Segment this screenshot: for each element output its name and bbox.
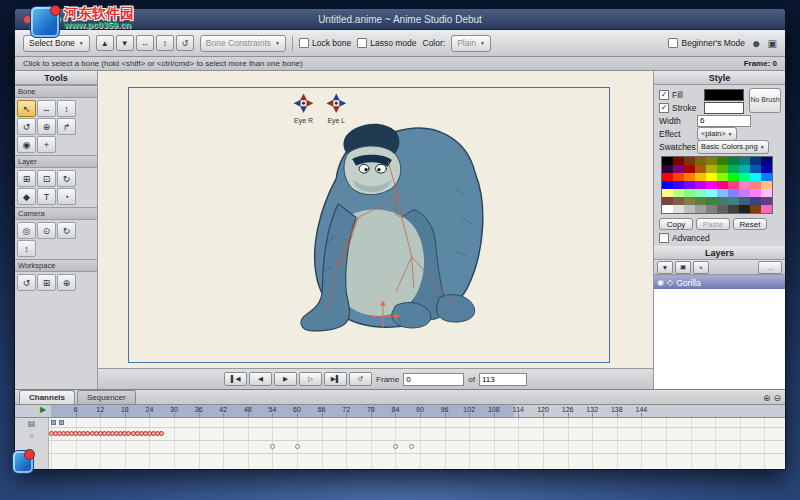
tool-translate-bone[interactable]: ↔ bbox=[37, 100, 56, 117]
swatch[interactable] bbox=[695, 205, 706, 213]
beginners-mode-checkbox[interactable]: Beginner's Mode bbox=[668, 38, 745, 48]
swatch[interactable] bbox=[717, 197, 728, 205]
user-icon[interactable]: ☻ bbox=[751, 38, 762, 49]
swatch[interactable] bbox=[684, 173, 695, 181]
lock-bone-checkbox[interactable]: Lock bone bbox=[299, 38, 351, 48]
swatch[interactable] bbox=[728, 197, 739, 205]
swatch[interactable] bbox=[662, 157, 673, 165]
swatch[interactable] bbox=[717, 173, 728, 181]
swatch[interactable] bbox=[684, 165, 695, 173]
tool-follow-path[interactable]: ◆ bbox=[17, 188, 36, 205]
keyframe[interactable] bbox=[295, 444, 300, 449]
swatch[interactable] bbox=[739, 189, 750, 197]
swatch[interactable] bbox=[761, 173, 772, 181]
eye-r-widget[interactable] bbox=[294, 93, 314, 113]
step-back-button[interactable]: ◀ bbox=[249, 372, 272, 386]
step-forward-button[interactable]: ▷ bbox=[299, 372, 322, 386]
tool-reparent-bone[interactable]: ↱ bbox=[57, 118, 76, 135]
swatch[interactable] bbox=[673, 181, 684, 189]
delete-layer-button[interactable]: × bbox=[693, 261, 709, 274]
swatch[interactable] bbox=[739, 173, 750, 181]
swatch[interactable] bbox=[739, 205, 750, 213]
swatch[interactable] bbox=[717, 189, 728, 197]
tool-roll-camera[interactable]: ↻ bbox=[57, 222, 76, 239]
tool-pan-workspace[interactable]: ⊞ bbox=[37, 274, 56, 291]
channel-marker[interactable] bbox=[51, 420, 56, 425]
tab-sequencer[interactable]: Sequencer bbox=[77, 390, 136, 404]
swatches-dropdown[interactable]: Basic Colors.png ▼ bbox=[697, 140, 769, 154]
tool-scale-layer[interactable]: ⊡ bbox=[37, 170, 56, 187]
end-frame-input[interactable] bbox=[479, 373, 527, 386]
keyframe[interactable] bbox=[393, 444, 398, 449]
swatch[interactable] bbox=[728, 205, 739, 213]
swatch[interactable] bbox=[695, 181, 706, 189]
swatch[interactable] bbox=[761, 205, 772, 213]
tool-manipulate-bones[interactable]: + bbox=[37, 136, 56, 153]
fill-checkbox[interactable]: ✓ Fill bbox=[659, 90, 683, 100]
advanced-checkbox[interactable]: Advanced bbox=[659, 232, 780, 244]
stroke-color-swatch[interactable] bbox=[704, 102, 744, 114]
swatch[interactable] bbox=[695, 165, 706, 173]
swatch[interactable] bbox=[750, 165, 761, 173]
swatch[interactable] bbox=[706, 165, 717, 173]
timeline-ruler[interactable]: 6121824303642485460667278849096102108114… bbox=[15, 404, 785, 418]
tool-scale-bone[interactable]: ↕ bbox=[57, 100, 76, 117]
swatch[interactable] bbox=[728, 189, 739, 197]
reset-button[interactable]: Reset bbox=[733, 218, 767, 230]
swatch[interactable] bbox=[662, 181, 673, 189]
jump-end-button[interactable]: ▶▌ bbox=[324, 372, 347, 386]
swatch[interactable] bbox=[706, 173, 717, 181]
swatch[interactable] bbox=[662, 197, 673, 205]
color-dropdown[interactable]: Plain ▼ bbox=[451, 35, 491, 52]
swatch[interactable] bbox=[717, 181, 728, 189]
tool-pan-tilt-camera[interactable]: ↕ bbox=[17, 240, 36, 257]
tool-add-bone[interactable]: ⊕ bbox=[37, 118, 56, 135]
new-layer-button[interactable]: ▼ bbox=[657, 261, 673, 274]
canvas[interactable]: Eye R Eye L bbox=[98, 71, 653, 368]
swatch[interactable] bbox=[706, 197, 717, 205]
swatch[interactable] bbox=[761, 165, 772, 173]
swatch[interactable] bbox=[750, 189, 761, 197]
eye-l-widget[interactable] bbox=[326, 93, 346, 113]
swatch[interactable] bbox=[728, 165, 739, 173]
tool-eyedropper[interactable]: ◔ bbox=[57, 188, 76, 205]
swatch[interactable] bbox=[684, 205, 695, 213]
more-button[interactable]: … bbox=[758, 261, 782, 274]
effect-dropdown[interactable]: <plain> ▼ bbox=[697, 127, 737, 141]
swatch[interactable] bbox=[706, 157, 717, 165]
tool-zoom-workspace[interactable]: ⊕ bbox=[57, 274, 76, 291]
swatch[interactable] bbox=[673, 197, 684, 205]
option-rotate-button[interactable]: ↺ bbox=[176, 35, 194, 51]
lasso-mode-checkbox[interactable]: Lasso mode bbox=[357, 38, 416, 48]
swatch[interactable] bbox=[695, 173, 706, 181]
zoom-out-icon[interactable]: ⊖ bbox=[773, 394, 781, 403]
swatch[interactable] bbox=[684, 157, 695, 165]
swatch[interactable] bbox=[728, 173, 739, 181]
play-button[interactable]: ▶ bbox=[274, 372, 297, 386]
swatch[interactable] bbox=[717, 205, 728, 213]
keyframe[interactable] bbox=[409, 444, 414, 449]
swatch[interactable] bbox=[761, 157, 772, 165]
swatch[interactable] bbox=[662, 173, 673, 181]
swatch[interactable] bbox=[728, 157, 739, 165]
swatch[interactable] bbox=[761, 181, 772, 189]
layer-visibility-icon[interactable]: ◉ bbox=[657, 278, 664, 287]
option-scale-button[interactable]: ↕ bbox=[156, 35, 174, 51]
swatch[interactable] bbox=[750, 173, 761, 181]
swatch[interactable] bbox=[728, 181, 739, 189]
swatch[interactable] bbox=[717, 165, 728, 173]
duplicate-layer-button[interactable]: ▣ bbox=[675, 261, 691, 274]
swatch[interactable] bbox=[706, 189, 717, 197]
tool-insert-text[interactable]: T bbox=[37, 188, 56, 205]
swatch[interactable] bbox=[739, 197, 750, 205]
swatch[interactable] bbox=[706, 181, 717, 189]
bone-constraints-dropdown[interactable]: Bone Constraints ▼ bbox=[200, 35, 286, 52]
display-icon[interactable]: ▣ bbox=[768, 38, 777, 49]
swatch[interactable] bbox=[706, 205, 717, 213]
swatch[interactable] bbox=[750, 157, 761, 165]
swatch[interactable] bbox=[673, 165, 684, 173]
swatch[interactable] bbox=[662, 165, 673, 173]
swatch[interactable] bbox=[673, 173, 684, 181]
swatch[interactable] bbox=[750, 197, 761, 205]
tool-track-camera[interactable]: ◎ bbox=[17, 222, 36, 239]
